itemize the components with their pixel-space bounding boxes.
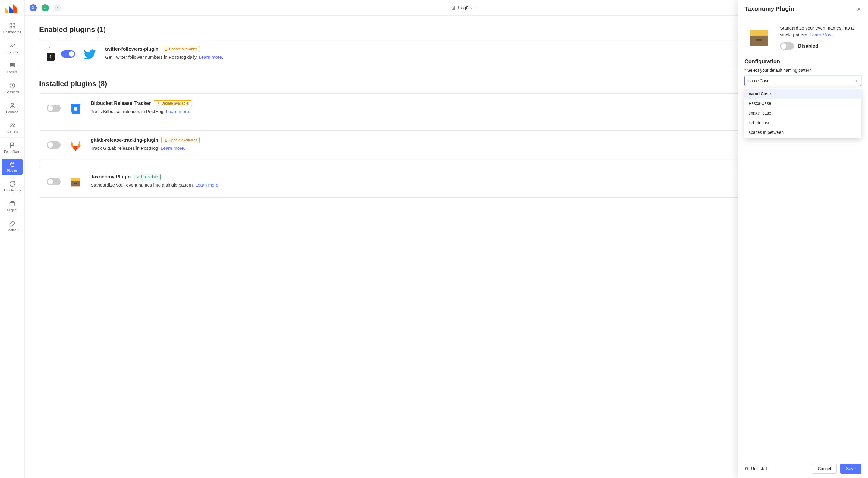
svg-rect-6 <box>13 26 14 28</box>
nav-item-persons[interactable]: Persons <box>0 98 24 118</box>
naming-pattern-dropdown: camelCase PascalCase snake_case kebab-ca… <box>744 88 861 138</box>
svg-rect-5 <box>10 26 11 28</box>
plugin-description: Track GitLab releases in PostHog. <box>91 146 161 151</box>
chevron-down-icon: ▾ <box>856 79 858 83</box>
up-to-date-badge: Up to date <box>133 174 160 180</box>
plugin-name: Taxonomy Plugin <box>91 174 130 180</box>
plugin-description: Get Twitter follower numbers in PostHog … <box>105 55 198 60</box>
collapse-button[interactable] <box>54 4 61 11</box>
uninstall-button[interactable]: Uninstall <box>744 466 767 471</box>
bitbucket-icon <box>67 100 84 117</box>
learn-more-link[interactable]: Learn more <box>195 182 218 188</box>
plugin-enable-toggle[interactable] <box>61 50 75 58</box>
archive-icon <box>744 25 773 51</box>
nav-label: Project <box>7 208 17 212</box>
plugin-card-bitbucket: Bitbucket Release Tracker Update availab… <box>39 93 854 124</box>
download-icon <box>156 102 160 105</box>
select-value: camelCase <box>748 78 770 83</box>
nav-label: Persons <box>6 110 18 114</box>
nav-item-cohorts[interactable]: Cohorts <box>0 118 24 137</box>
building-icon <box>451 5 456 10</box>
plugin-enable-toggle[interactable] <box>47 104 61 112</box>
svg-line-13 <box>34 8 35 9</box>
svg-point-9 <box>10 124 12 125</box>
save-button[interactable]: Save <box>840 464 861 474</box>
svg-marker-0 <box>5 8 8 13</box>
download-icon <box>164 138 167 142</box>
svg-point-10 <box>13 124 14 125</box>
nav-label: Insights <box>7 50 18 54</box>
svg-marker-2 <box>13 4 18 13</box>
nav-item-dashboards[interactable]: Dashboards <box>0 18 24 38</box>
gitlab-icon <box>67 137 84 154</box>
plugin-enable-toggle[interactable] <box>47 141 61 149</box>
cancel-button[interactable]: Cancel <box>812 464 837 474</box>
svg-point-8 <box>11 103 13 105</box>
nav-item-feature-flags[interactable]: Feat. Flags <box>0 137 24 157</box>
learn-more-link[interactable]: Learn more <box>161 146 184 151</box>
left-nav-rail: Dashboards Insights Events Sessions Pers… <box>0 0 25 478</box>
close-button[interactable] <box>857 7 861 11</box>
plugin-config-panel: Taxonomy Plugin Standardize your event n… <box>738 0 868 478</box>
svg-rect-4 <box>13 23 14 25</box>
dropdown-option-snakecase[interactable]: snake_case <box>744 108 861 118</box>
nav-label: Plugins <box>7 169 18 172</box>
svg-rect-24 <box>750 30 768 36</box>
nav-label: Sessions <box>5 90 19 94</box>
nav-item-project[interactable]: Project <box>0 196 24 216</box>
learn-more-link[interactable]: Learn more <box>198 55 222 60</box>
plugin-enable-toggle[interactable] <box>47 178 61 185</box>
nav-label: Toolbar <box>7 228 18 232</box>
nav-item-sessions[interactable]: Sessions <box>0 78 24 98</box>
plugin-name: Bitbucket Release Tracker <box>91 101 151 106</box>
nav-label: Dashboards <box>3 30 21 34</box>
archive-icon <box>67 174 84 191</box>
dropdown-option-camelcase[interactable]: camelCase <box>744 89 861 99</box>
svg-rect-11 <box>10 202 15 206</box>
plugin-card-gitlab: gitlab-release-tracking-plugin Update av… <box>39 130 854 161</box>
trash-icon <box>744 467 749 471</box>
project-title: HogFlix <box>458 5 472 10</box>
nav-item-annotations[interactable]: Annotations <box>0 176 24 196</box>
nav-item-plugins[interactable]: Plugins <box>2 159 23 175</box>
svg-rect-20 <box>74 183 77 184</box>
nav-label: Cohorts <box>6 130 18 133</box>
enabled-plugins-heading: Enabled plugins (1) <box>39 25 854 34</box>
plugin-order-badge: 1 <box>47 53 55 61</box>
plugin-card-twitter: ⌄ 1 twitter-followers-plugin Update avai… <box>39 39 854 70</box>
nav-item-insights[interactable]: Insights <box>0 38 24 58</box>
search-button[interactable] <box>30 4 37 11</box>
plugin-name: gitlab-release-tracking-plugin <box>91 137 158 143</box>
update-available-badge: Update available! <box>161 137 199 143</box>
plugin-description: Track Bitbucket releases in PostHog. <box>91 109 166 114</box>
update-available-badge: Update available! <box>154 100 192 106</box>
nav-item-toolbar[interactable]: Toolbar <box>0 216 24 236</box>
learn-more-link[interactable]: Learn More <box>809 32 833 37</box>
naming-pattern-select[interactable]: camelCase ▾ <box>744 76 861 86</box>
svg-point-12 <box>32 6 34 8</box>
nav-item-events[interactable]: Events <box>0 58 24 78</box>
chevron-down-icon[interactable]: ⌄ <box>48 44 53 49</box>
check-icon <box>136 175 140 179</box>
dropdown-option-spaces[interactable]: spaces in between <box>744 127 861 137</box>
update-available-badge: Update available! <box>161 46 200 52</box>
svg-rect-3 <box>10 23 11 25</box>
panel-title: Taxonomy Plugin <box>744 5 794 12</box>
svg-marker-1 <box>9 6 13 13</box>
dropdown-option-pascalcase[interactable]: PascalCase <box>744 99 861 108</box>
twitter-icon <box>82 46 98 63</box>
download-icon <box>164 47 168 51</box>
installed-plugins-heading: Installed plugins (8) <box>39 79 854 88</box>
plugin-description: Standardize your event names into a sing… <box>91 182 195 188</box>
panel-enable-toggle[interactable] <box>780 42 794 50</box>
nav-label: Events <box>7 70 18 74</box>
dropdown-option-kebabcase[interactable]: kebab-case <box>744 118 861 127</box>
app-logo <box>3 3 22 14</box>
svg-rect-19 <box>71 179 80 182</box>
panel-status: Disabled <box>798 42 818 50</box>
close-icon <box>857 7 861 11</box>
svg-rect-25 <box>756 39 762 41</box>
learn-more-link[interactable]: Learn more <box>166 109 189 114</box>
status-ok-button[interactable] <box>41 4 49 11</box>
configuration-heading: Configuration <box>744 59 861 65</box>
